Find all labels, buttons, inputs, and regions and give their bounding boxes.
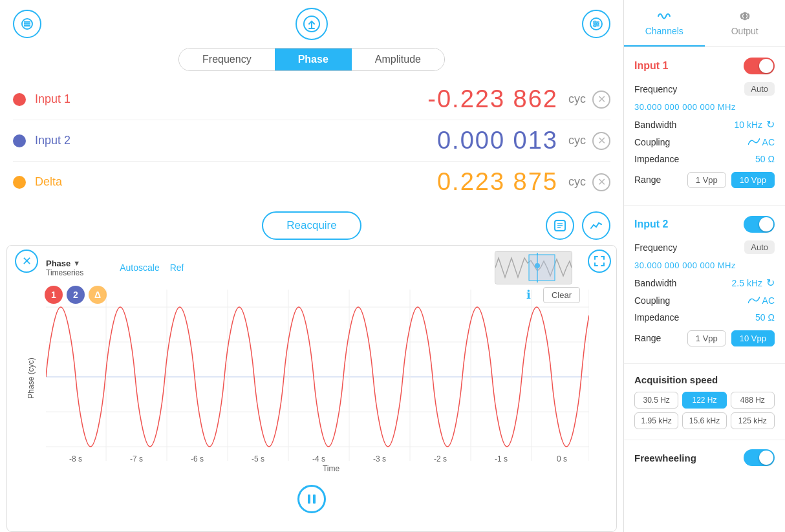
- trend-button[interactable]: [582, 211, 610, 240]
- tab-group: Frequency Phase Amplitude: [178, 48, 445, 71]
- acq-btn-30hz[interactable]: 30.5 Hz: [634, 392, 678, 409]
- sidebar: Channels Output Input 1 Frequency Auto 3…: [623, 0, 785, 532]
- input1-range-label: Range: [634, 175, 661, 185]
- input1-close[interactable]: ✕: [592, 90, 610, 109]
- input1-frequency-row: Frequency Auto: [634, 82, 775, 96]
- badge-input1[interactable]: 1: [45, 286, 63, 304]
- input2-frequency-label: Frequency: [634, 242, 677, 253]
- acq-btn-156khz[interactable]: 15.6 kHz: [682, 412, 726, 429]
- chart-svg[interactable]: 200 m 100 m 0 -100 m -200 m -8 s -7 s -6…: [46, 290, 589, 464]
- input1-label: Input 1: [35, 92, 100, 106]
- input2-toggle[interactable]: [744, 216, 775, 233]
- waveform-thumbnail[interactable]: [495, 251, 572, 284]
- settings-button[interactable]: [582, 10, 610, 38]
- chart-info-clear: ℹ Clear: [520, 286, 580, 304]
- sidebar-input1: Input 1 Frequency Auto 30.000 000 000 00…: [624, 47, 785, 206]
- input2-bandwidth-value: 2.5 kHz: [732, 278, 762, 288]
- input2-label: Input 2: [35, 134, 100, 147]
- measurement-delta: Delta 0.223 875 cyc ✕: [13, 162, 610, 202]
- input2-toggle-thumb: [759, 217, 773, 231]
- svg-text:-7 s: -7 s: [130, 454, 143, 463]
- chart-autoscale-button[interactable]: Autoscale: [120, 262, 159, 273]
- input2-coupling-wave-icon: [748, 297, 760, 304]
- chart-title-text: Phase: [46, 259, 70, 268]
- sidebar-tab-output[interactable]: Output: [705, 0, 786, 47]
- svg-text:-5 s: -5 s: [252, 454, 264, 463]
- reacquire-button[interactable]: Reacquire: [262, 211, 361, 240]
- delta-unit: cyc: [568, 175, 586, 189]
- sidebar-tabs: Channels Output: [624, 0, 785, 47]
- tab-phase[interactable]: Phase: [275, 48, 352, 70]
- input2-impedance-value: 50 Ω: [755, 312, 775, 323]
- input1-bandwidth-row: Bandwidth 10 kHz ↻: [634, 118, 775, 131]
- info-button[interactable]: ℹ: [520, 286, 538, 304]
- input2-range-1vpp[interactable]: 1 Vpp: [687, 330, 726, 346]
- acq-btn-195khz[interactable]: 1.95 kHz: [634, 412, 678, 429]
- input1-coupling-label: Coupling: [634, 137, 670, 147]
- acq-btn-122hz[interactable]: 122 Hz: [682, 392, 726, 409]
- delta-value: 0.223 875: [100, 168, 558, 196]
- chart-close-button[interactable]: ✕: [15, 250, 38, 273]
- acquisition-speed-grid: 30.5 Hz 122 Hz 488 Hz 1.95 kHz 15.6 kHz …: [634, 392, 775, 429]
- badge-delta[interactable]: Δ: [89, 286, 107, 304]
- delta-close[interactable]: ✕: [592, 173, 610, 191]
- input1-frequency-label: Frequency: [634, 84, 677, 94]
- freewheeling-label: Freewheeling: [634, 452, 696, 463]
- input1-coupling-row: Coupling AC: [634, 137, 775, 147]
- input1-range-10vpp[interactable]: 10 Vpp: [731, 172, 775, 188]
- input1-section-title: Input 1: [634, 60, 668, 72]
- delta-dot: [13, 176, 26, 189]
- input2-close[interactable]: ✕: [592, 132, 610, 150]
- measurements-panel: Input 1 -0.223 862 cyc ✕ Input 2 0.000 0…: [0, 79, 623, 202]
- tab-frequency[interactable]: Frequency: [179, 48, 275, 70]
- input2-frequency-row: Frequency Auto: [634, 240, 775, 254]
- freewheeling-toggle-thumb: [759, 451, 773, 465]
- input2-range-10vpp[interactable]: 10 Vpp: [731, 330, 775, 346]
- svg-text:-3 s: -3 s: [373, 454, 386, 463]
- input1-bandwidth-value-row: 10 kHz ↻: [734, 118, 775, 131]
- input1-bandwidth-label: Bandwidth: [634, 120, 676, 130]
- input1-section-header: Input 1: [634, 58, 775, 74]
- chart-action-icons: [546, 211, 610, 240]
- notes-button[interactable]: [546, 211, 574, 240]
- input1-range-1vpp[interactable]: 1 Vpp: [687, 172, 726, 188]
- chart-expand-button[interactable]: [588, 250, 611, 273]
- measurement-input1: Input 1 -0.223 862 cyc ✕: [13, 79, 610, 120]
- acq-btn-488hz[interactable]: 488 Hz: [731, 392, 775, 409]
- clear-button[interactable]: Clear: [543, 287, 580, 303]
- chart-dropdown-icon[interactable]: ▼: [73, 259, 80, 267]
- main-area: Frequency Phase Amplitude Input 1 -0.223…: [0, 0, 623, 532]
- svg-point-10: [597, 23, 599, 25]
- input2-value: 0.000 013: [100, 127, 558, 154]
- sidebar-tab-channels[interactable]: Channels: [624, 0, 705, 47]
- input1-impedance-label: Impedance: [634, 154, 679, 164]
- freewheeling-toggle[interactable]: [744, 449, 775, 466]
- input1-bandwidth-value: 10 kHz: [734, 120, 762, 130]
- input2-impedance-row: Impedance 50 Ω: [634, 312, 775, 323]
- input2-frequency-mode[interactable]: Auto: [744, 240, 775, 254]
- upload-button[interactable]: [296, 8, 328, 40]
- tab-amplitude[interactable]: Amplitude: [352, 48, 444, 70]
- chart-badges-row: 1 2 Δ: [45, 286, 111, 304]
- input2-frequency-value: 30.000 000 000 000 MHz: [634, 261, 736, 270]
- input1-bandwidth-refresh[interactable]: ↻: [766, 118, 775, 131]
- input1-frequency-mode[interactable]: Auto: [744, 82, 775, 96]
- input2-coupling-value-row: AC: [748, 295, 775, 306]
- input2-section-header: Input 2: [634, 216, 775, 233]
- input2-range-row: Range 1 Vpp 10 Vpp: [634, 329, 775, 346]
- pause-button[interactable]: [297, 485, 326, 513]
- chart-title-block: Phase ▼ Timeseries: [46, 259, 83, 277]
- input2-bandwidth-refresh[interactable]: ↻: [766, 277, 775, 289]
- badge-input2[interactable]: 2: [67, 286, 85, 304]
- chart-ref-button[interactable]: Ref: [170, 262, 184, 273]
- input2-impedance-label: Impedance: [634, 312, 679, 323]
- input1-toggle[interactable]: [744, 58, 775, 74]
- input1-coupling-value-row: AC: [748, 137, 775, 147]
- input2-section-title: Input 2: [634, 218, 668, 230]
- input1-range-options: 1 Vpp 10 Vpp: [687, 172, 775, 188]
- menu-button[interactable]: [13, 10, 41, 38]
- top-bar: [0, 0, 623, 48]
- acq-btn-125khz[interactable]: 125 kHz: [731, 412, 775, 429]
- input2-range-options: 1 Vpp 10 Vpp: [687, 330, 775, 346]
- input1-range-row: Range 1 Vpp 10 Vpp: [634, 171, 775, 188]
